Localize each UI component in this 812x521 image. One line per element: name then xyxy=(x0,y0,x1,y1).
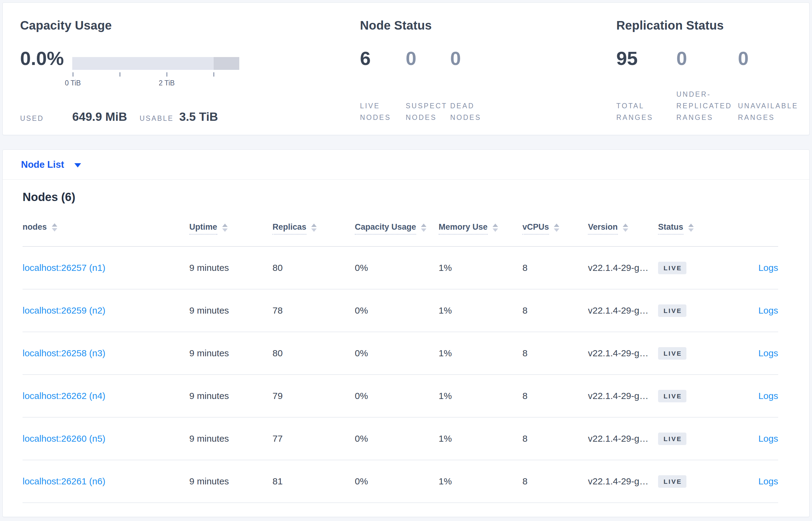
suspect-nodes-label: SUSPECT NODES xyxy=(406,100,448,123)
column-header-capacity-usage[interactable]: Capacity Usage xyxy=(355,222,438,234)
vcpus-cell: 8 xyxy=(522,476,588,486)
cluster-summary-card: Capacity Usage 0.0% 0 TiB 2 TiB USED xyxy=(2,2,810,135)
node-list-dropdown[interactable]: Node List xyxy=(21,159,81,170)
memory-cell: 1% xyxy=(438,305,522,316)
memory-cell: 1% xyxy=(438,348,522,358)
nodes-section: Nodes (6) nodes Uptime Replicas xyxy=(3,180,809,503)
view-selector-bar: Node List xyxy=(3,150,809,180)
vcpus-cell: 8 xyxy=(522,263,588,273)
capacity-cell: 0% xyxy=(355,391,438,401)
replicas-cell: 79 xyxy=(272,391,355,401)
under-replicated-ranges-metric: 0 UNDER-REPLICATED RANGES xyxy=(676,48,738,123)
column-header-nodes[interactable]: nodes xyxy=(23,222,189,234)
caret-down-icon xyxy=(74,163,81,167)
node-link[interactable]: localhost:26257 (n1) xyxy=(23,263,105,273)
column-header-version[interactable]: Version xyxy=(588,222,658,234)
sort-icon xyxy=(623,224,628,232)
used-value: 649.9 MiB xyxy=(72,110,140,123)
unavailable-ranges-label: UNAVAILABLE RANGES xyxy=(738,100,802,123)
node-link[interactable]: localhost:26260 (n5) xyxy=(23,433,105,444)
nodes-table: nodes Uptime Replicas Capacity Usage xyxy=(23,221,778,503)
column-header-vcpus[interactable]: vCPUs xyxy=(522,222,588,234)
node-link[interactable]: localhost:26262 (n4) xyxy=(23,391,105,401)
node-list-card: Node List Nodes (6) nodes Uptime xyxy=(2,150,810,517)
under-replicated-ranges-value: 0 xyxy=(676,48,738,68)
version-cell: v22.1.4-29-g… xyxy=(588,305,652,316)
capacity-cell: 0% xyxy=(355,305,438,316)
sort-icon xyxy=(493,224,498,232)
nodes-heading: Nodes (6) xyxy=(23,190,809,204)
node-status-metrics: 6 LIVE NODES 0 SUSPECT NODES 0 DEAD NODE… xyxy=(360,48,511,123)
logs-link[interactable]: Logs xyxy=(758,476,778,486)
node-link[interactable]: localhost:26259 (n2) xyxy=(23,305,105,315)
sort-icon xyxy=(421,224,426,232)
capacity-cell: 0% xyxy=(355,476,438,486)
total-ranges-value: 95 xyxy=(616,48,676,68)
uptime-cell: 9 minutes xyxy=(189,476,272,486)
logs-link[interactable]: Logs xyxy=(758,263,778,273)
suspect-nodes-value: 0 xyxy=(406,48,450,68)
total-ranges-label: TOTAL RANGES xyxy=(616,100,656,123)
dead-nodes-label: DEAD NODES xyxy=(450,100,487,123)
live-nodes-label: LIVE NODES xyxy=(360,100,397,123)
vcpus-cell: 8 xyxy=(522,433,588,444)
capacity-cell: 0% xyxy=(355,348,438,358)
usable-value: 3.5 TiB xyxy=(179,110,218,123)
node-link[interactable]: localhost:26258 (n3) xyxy=(23,348,105,358)
logs-link[interactable]: Logs xyxy=(758,348,778,358)
column-header-status[interactable]: Status xyxy=(658,222,719,234)
version-cell: v22.1.4-29-g… xyxy=(588,391,652,401)
capacity-usage-section: Capacity Usage 0.0% 0 TiB 2 TiB USED xyxy=(18,3,353,135)
suspect-nodes-metric: 0 SUSPECT NODES xyxy=(406,48,450,123)
sort-icon xyxy=(688,224,694,232)
replicas-cell: 80 xyxy=(272,263,355,273)
capacity-used-percent: 0.0% xyxy=(20,48,64,68)
replication-status-title: Replication Status xyxy=(616,18,724,32)
under-replicated-ranges-label: UNDER-REPLICATED RANGES xyxy=(676,88,734,123)
uptime-cell: 9 minutes xyxy=(189,305,272,316)
uptime-cell: 9 minutes xyxy=(189,433,272,444)
logs-link[interactable]: Logs xyxy=(758,391,778,401)
sort-icon xyxy=(554,224,559,232)
version-cell: v22.1.4-29-g… xyxy=(588,433,652,444)
version-cell: v22.1.4-29-g… xyxy=(588,263,652,273)
column-header-replicas[interactable]: Replicas xyxy=(272,222,355,234)
capacity-cell: 0% xyxy=(355,433,438,444)
node-list-dropdown-label: Node List xyxy=(21,159,64,170)
table-row: localhost:26260 (n5) 9 minutes 77 0% 1% … xyxy=(23,417,778,460)
table-row: localhost:26259 (n2) 9 minutes 78 0% 1% … xyxy=(23,290,778,332)
tick-label-2tib: 2 TiB xyxy=(159,79,175,87)
node-link[interactable]: localhost:26261 (n6) xyxy=(23,476,105,486)
sort-icon xyxy=(222,224,228,232)
overview-page: Capacity Usage 0.0% 0 TiB 2 TiB USED xyxy=(0,0,812,521)
capacity-usage-title: Capacity Usage xyxy=(20,18,112,32)
replication-status-section: Replication Status 95 TOTAL RANGES 0 UND… xyxy=(614,3,809,135)
memory-cell: 1% xyxy=(438,391,522,401)
node-status-section: Node Status 6 LIVE NODES 0 SUSPECT NODES… xyxy=(358,3,611,135)
tick-label-0tib: 0 TiB xyxy=(65,79,81,87)
logs-link[interactable]: Logs xyxy=(758,305,778,315)
vcpus-cell: 8 xyxy=(522,391,588,401)
capacity-cell: 0% xyxy=(355,263,438,273)
nodes-table-header: nodes Uptime Replicas Capacity Usage xyxy=(23,221,778,247)
uptime-cell: 9 minutes xyxy=(189,348,272,358)
status-badge: LIVE xyxy=(658,262,687,274)
usable-label: USABLE xyxy=(140,114,179,122)
vcpus-cell: 8 xyxy=(522,305,588,316)
capacity-bar-labels: 0 TiB 2 TiB xyxy=(72,79,239,88)
memory-cell: 1% xyxy=(438,433,522,444)
column-header-memory-use[interactable]: Memory Use xyxy=(438,222,522,234)
live-nodes-value: 6 xyxy=(360,48,406,68)
capacity-bar-reserved-segment xyxy=(214,57,239,70)
column-header-uptime[interactable]: Uptime xyxy=(189,222,272,234)
replicas-cell: 81 xyxy=(272,476,355,486)
status-badge: LIVE xyxy=(658,304,687,317)
status-badge: LIVE xyxy=(658,475,687,488)
replicas-cell: 77 xyxy=(272,433,355,444)
node-status-title: Node Status xyxy=(360,18,432,32)
logs-link[interactable]: Logs xyxy=(758,433,778,444)
capacity-bar-track xyxy=(72,57,239,70)
replication-metrics: 95 TOTAL RANGES 0 UNDER-REPLICATED RANGE… xyxy=(616,48,808,123)
status-badge: LIVE xyxy=(658,390,687,402)
replicas-cell: 80 xyxy=(272,348,355,358)
